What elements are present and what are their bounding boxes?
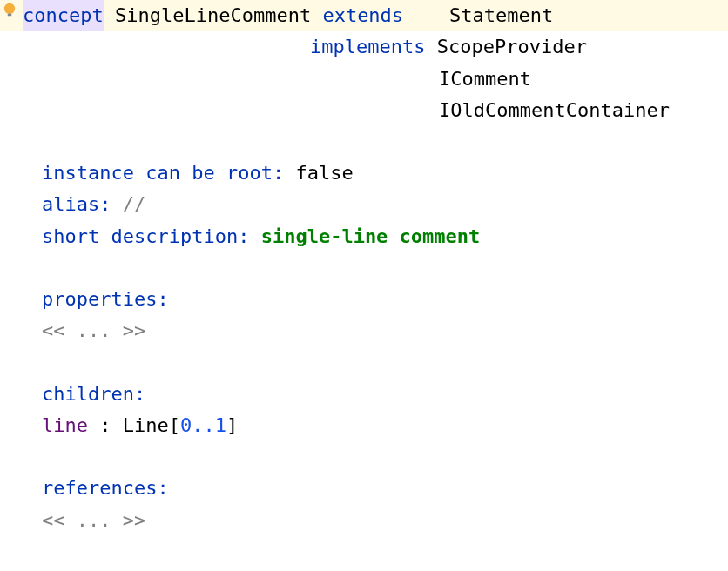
children-label: children: (42, 383, 145, 405)
references-placeholder[interactable]: << ... >> (23, 505, 728, 536)
references-section: references: (23, 473, 728, 504)
svg-point-0 (4, 3, 15, 14)
short-desc-label: short description: (42, 225, 249, 247)
properties-placeholder[interactable]: << ... >> (23, 315, 728, 346)
properties-section: properties: (23, 284, 728, 315)
child-name[interactable]: line (42, 414, 88, 436)
child-row[interactable]: line : Line[0..1] (23, 410, 728, 441)
alias-label: alias: (42, 193, 111, 215)
extends-type[interactable]: Statement (449, 0, 553, 31)
concept-keyword[interactable]: concept (23, 0, 104, 31)
extends-keyword[interactable]: extends (322, 0, 403, 31)
implements-keyword[interactable]: implements (310, 36, 425, 57)
concept-editor: concept SingleLineComment extends Statem… (0, 0, 728, 536)
intention-bulb-icon[interactable] (2, 2, 17, 17)
references-label: references: (42, 477, 169, 499)
concept-name[interactable]: SingleLineComment (115, 0, 311, 31)
instance-root-value[interactable]: false (295, 162, 353, 184)
child-cardinality[interactable]: 0..1 (180, 414, 226, 436)
properties-label: properties: (42, 288, 169, 310)
children-section: children: (23, 379, 728, 410)
alias-row: alias: // (23, 189, 728, 220)
declaration-line[interactable]: concept SingleLineComment extends Statem… (0, 0, 728, 31)
svg-rect-1 (8, 14, 12, 17)
alias-value[interactable]: // (123, 193, 146, 215)
implements-line: implements ScopeProvider (23, 31, 728, 63)
child-type[interactable]: Line (123, 414, 169, 436)
implements-type-1[interactable]: IComment (23, 64, 728, 95)
implements-type-0[interactable]: ScopeProvider (437, 36, 587, 57)
instance-root-row: instance can be root: false (23, 158, 728, 189)
implements-type-2[interactable]: IOldCommentContainer (23, 95, 728, 126)
short-desc-value[interactable]: single-line comment (261, 225, 481, 247)
instance-root-label: instance can be root: (42, 162, 284, 184)
short-desc-row: short description: single-line comment (23, 221, 728, 252)
